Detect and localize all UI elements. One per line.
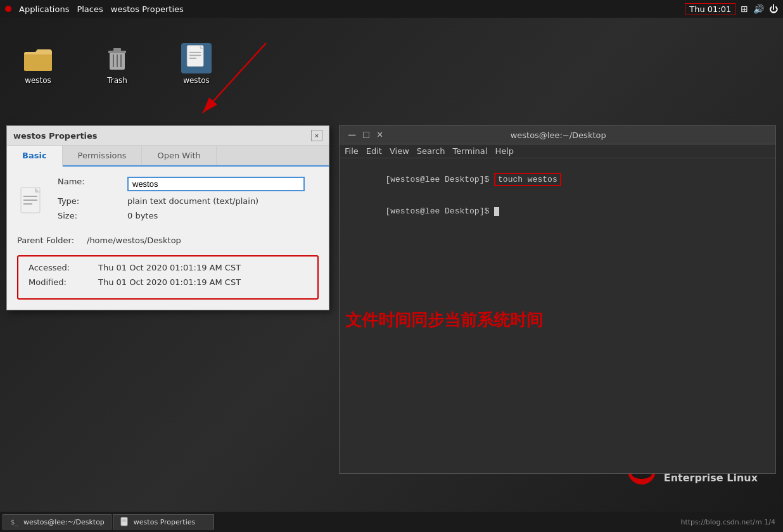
terminal-maximize-button[interactable]: □ [360,129,372,141]
terminal-minimize-button[interactable]: ─ [346,129,358,141]
taskbar-properties[interactable]: westos Properties [113,514,214,529]
applications-menu[interactable]: Applications [19,4,69,14]
trash-label: Trash [107,76,127,85]
desktop-icon-trash[interactable]: Trash [92,43,143,85]
clock: Thu 01:01 [685,3,735,15]
bottom-right-url: https://blog.csdn.net/m 1/4 [680,518,780,526]
parent-row: Parent Folder: /home/westos/Desktop [17,236,319,245]
size-label: Size: [58,211,127,220]
prompt-2: [westos@lee Desktop]$ [385,206,494,216]
name-input[interactable] [127,177,305,191]
folder-icon [23,43,53,73]
svg-rect-4 [113,48,121,51]
type-value: plain text document (text/plain) [127,196,258,206]
properties-content: Name: Type: plain text document (text/pl… [7,167,329,310]
accessed-value: Thu 01 Oct 2020 01:01:19 AM CST [98,263,241,272]
network-icon[interactable]: ⊞ [741,4,748,14]
terminal-menu-view[interactable]: View [390,146,409,156]
parent-value: /home/westos/Desktop [87,236,181,245]
terminal-task-label: westos@lee:~/Desktop [23,518,105,526]
type-label: Type: [58,196,127,206]
terminal-task-icon: $_ [10,517,20,527]
terminal-menu-terminal[interactable]: Terminal [452,146,487,156]
size-value: 0 bytes [127,211,158,220]
places-menu[interactable]: Places [77,4,103,14]
modified-label: Modified: [29,277,98,287]
command-box: touch westos [494,173,561,186]
tab-open-with[interactable]: Open With [142,146,216,165]
properties-task-label: westos Properties [134,518,195,526]
bottom-taskbar: $_ westos@lee:~/Desktop westos Propertie… [0,512,783,532]
window-menu[interactable]: westos Properties [111,4,184,14]
name-label: Name: [58,177,127,191]
file-header: Name: Type: plain text document (text/pl… [17,177,319,225]
terminal-window: ─ □ × westos@lee:~/Desktop File Edit Vie… [339,125,776,474]
folder-label: westos [25,76,51,85]
prop-fields: Name: Type: plain text document (text/pl… [58,177,319,225]
taskbar-left: Applications Places westos Properties [5,4,184,14]
terminal-menubar: File Edit View Search Terminal Help [340,144,775,158]
file-icon [181,43,212,73]
timestamps-box: Accessed: Thu 01 Oct 2020 01:01:19 AM CS… [17,255,319,300]
accessed-row: Accessed: Thu 01 Oct 2020 01:01:19 AM CS… [29,263,307,272]
tab-basic[interactable]: Basic [7,146,63,167]
taskbar-terminal[interactable]: $_ westos@lee:~/Desktop [3,514,111,529]
redhat-dot [5,6,11,12]
terminal-title: westos@lee:~/Desktop [385,130,731,140]
desktop-icon-westos-file[interactable]: westos [171,43,222,85]
properties-task-icon [120,517,130,527]
modified-row: Modified: Thu 01 Oct 2020 01:01:19 AM CS… [29,277,307,287]
terminal-menu-edit[interactable]: Edit [366,146,382,156]
desktop-icon-westos-folder[interactable]: westos [13,43,63,85]
tab-permissions[interactable]: Permissions [63,146,143,165]
properties-tabs: Basic Permissions Open With [7,146,329,167]
taskbar-right: Thu 01:01 ⊞ 🔊 ⏻ [685,3,778,15]
accessed-label: Accessed: [29,263,98,272]
parent-label: Parent Folder: [17,236,87,245]
name-row: Name: [58,177,319,191]
type-row: Type: plain text document (text/plain) [58,196,319,206]
terminal-menu-search[interactable]: Search [417,146,445,156]
terminal-cursor [494,207,499,216]
properties-title: westos Properties [13,131,98,141]
svg-rect-1 [24,54,52,71]
properties-dialog: westos Properties × Basic Permissions Op… [6,125,329,310]
terminal-close-button[interactable]: × [374,129,385,141]
power-icon[interactable]: ⏻ [769,4,778,14]
modified-value: Thu 01 Oct 2020 01:01:19 AM CST [98,277,241,287]
volume-icon[interactable]: 🔊 [753,4,764,14]
file-preview-icon [17,186,48,217]
terminal-titlebar: ─ □ × westos@lee:~/Desktop [340,126,775,144]
terminal-line-2: [westos@lee Desktop]$ [346,197,769,225]
taskbar: Applications Places westos Properties Th… [0,0,783,18]
properties-close-button[interactable]: × [311,130,322,141]
terminal-menu-file[interactable]: File [345,146,359,156]
size-row: Size: 0 bytes [58,211,319,220]
file-label: westos [183,76,210,85]
svg-text:$_: $_ [11,519,19,526]
annotation-text: 文件时间同步当前系统时间 [345,309,543,331]
desktop: westos Trash westos [0,18,783,512]
terminal-line-1: [westos@lee Desktop]$ touch westos [346,163,769,196]
properties-titlebar: westos Properties × [7,126,329,146]
terminal-menu-help[interactable]: Help [495,146,514,156]
prompt-1: [westos@lee Desktop]$ [385,175,494,184]
trash-icon [102,43,132,73]
